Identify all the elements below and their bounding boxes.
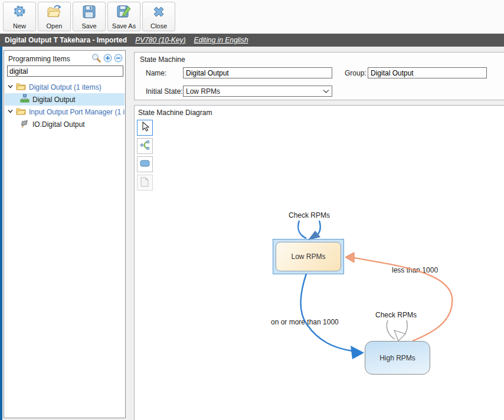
tree-item-label: Digital Output (1 items): [29, 83, 102, 91]
chevron-down-icon: [323, 87, 329, 96]
group-field[interactable]: [368, 67, 487, 78]
chevron-down-icon[interactable]: [7, 83, 14, 91]
tree-item-digital-output[interactable]: Digital Output: [5, 93, 125, 106]
tree-item-label: Digital Output: [32, 96, 76, 104]
page-icon: [140, 177, 149, 189]
collapse-all-icon[interactable]: [114, 54, 123, 64]
state-machine-section-title: State Machine: [140, 55, 185, 64]
initial-state-label: Initial State:: [146, 87, 183, 96]
cursor-icon: [140, 122, 150, 134]
save-as-button-label: Save As: [112, 22, 136, 29]
floppy-icon: [81, 4, 97, 21]
state-high-rpms[interactable]: High RPMs: [365, 341, 430, 375]
language-link[interactable]: Editing in English: [194, 36, 248, 44]
save-button-label: Save: [81, 22, 96, 29]
state-low-rpms[interactable]: Low RPMs: [276, 242, 341, 271]
state-machine-icon: [20, 94, 30, 105]
close-button-label: Close: [150, 22, 167, 29]
tree-item-label: IO.Digital Output: [32, 120, 85, 129]
document-title: Digital Output T Takehara - Imported: [5, 36, 127, 44]
group-label: Group:: [345, 69, 366, 77]
io-flag-icon: [20, 119, 30, 130]
device-link[interactable]: PV780 (10-Key): [135, 36, 185, 44]
chevron-down-icon[interactable]: [7, 108, 14, 116]
programming-items-panel: Programming Items: [4, 50, 126, 418]
close-button[interactable]: Close: [142, 2, 175, 31]
diagram-section-title: State Machine Diagram: [138, 109, 212, 117]
tree-item-io-port-manager-folder[interactable]: Input Output Port Manager (1 item: [5, 106, 125, 118]
folder-icon: [16, 82, 26, 92]
tree-item-digital-output-folder[interactable]: Digital Output (1 items): [5, 81, 125, 93]
transition-tool-button[interactable]: [137, 138, 153, 154]
transition-label-check-rpms-low[interactable]: Check RPMs: [289, 211, 330, 219]
state-selection-adorner[interactable]: Low RPMs: [273, 239, 344, 274]
page-tool-button[interactable]: [137, 175, 153, 191]
state-shape-icon: [140, 159, 150, 169]
state-name: High RPMs: [379, 354, 415, 362]
programming-items-title: Programming Items: [8, 55, 70, 63]
name-label: Name:: [146, 69, 166, 77]
gear-icon: [12, 4, 27, 21]
new-button[interactable]: New: [3, 2, 36, 31]
transition-label-less-than-1000[interactable]: less than 1000: [392, 266, 438, 274]
tree-item-label: Input Output Port Manager (1 item: [29, 108, 125, 116]
new-button-label: New: [13, 22, 26, 29]
save-button[interactable]: Save: [73, 2, 106, 31]
save-as-button[interactable]: Save As: [107, 2, 140, 31]
left-accent-strip: [0, 47, 2, 420]
transition-label-on-or-more-than-1000[interactable]: on or more than 1000: [271, 318, 339, 326]
close-x-icon: [151, 4, 166, 21]
programming-items-tree: Digital Output (1 items) Digital Output: [5, 81, 125, 130]
select-tool-button[interactable]: [137, 120, 153, 136]
document-title-bar: Digital Output T Takehara - Imported PV7…: [0, 34, 504, 47]
search-icon[interactable]: [91, 53, 102, 65]
open-button[interactable]: Open: [38, 2, 71, 31]
transition-label-check-rpms-high[interactable]: Check RPMs: [375, 311, 417, 319]
folder-icon: [16, 107, 26, 117]
tree-item-io-digital-output[interactable]: IO.Digital Output: [5, 118, 125, 130]
open-button-label: Open: [47, 22, 63, 29]
initial-state-dropdown[interactable]: Low RPMs: [183, 86, 332, 97]
state-tool-button[interactable]: [137, 156, 153, 172]
main-toolbar: New Open Save: [0, 0, 504, 34]
expand-all-icon[interactable]: [103, 54, 112, 64]
search-input[interactable]: [7, 65, 123, 77]
floppy-pencil-icon: [116, 4, 132, 21]
transition-icon: [140, 140, 150, 152]
open-folder-icon: [47, 4, 62, 21]
initial-state-value: Low RPMs: [186, 87, 220, 96]
name-field[interactable]: [183, 67, 332, 78]
state-name: Low RPMs: [291, 252, 325, 261]
